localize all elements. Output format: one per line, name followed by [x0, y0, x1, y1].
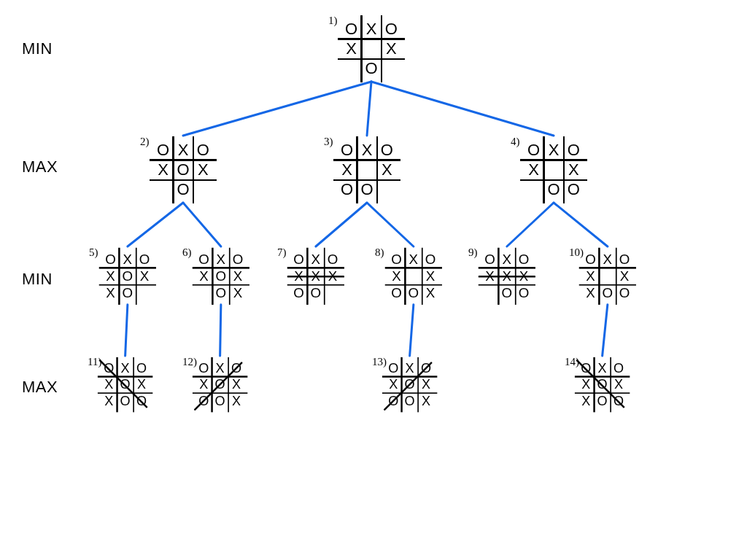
board-cell: X — [405, 251, 422, 268]
tree-edge — [554, 203, 608, 246]
tictactoe-board: OXOXXO — [341, 19, 401, 79]
game-node-10: 10)OXOXXXOO — [582, 251, 642, 311]
level-label-2: MIN — [22, 270, 53, 289]
board-cell: X — [212, 360, 228, 376]
node-index-label: 2) — [140, 136, 150, 148]
node-index-label: 10) — [569, 246, 584, 259]
board-cell: O — [229, 251, 246, 268]
board-cell: O — [307, 284, 324, 301]
board-cell: X — [388, 268, 405, 284]
board-cell: X — [102, 268, 119, 284]
board-cell: O — [564, 140, 584, 160]
tictactoe-board: OXOXXXOO — [290, 251, 341, 302]
board-cell: X — [173, 140, 193, 160]
board-cell: O — [401, 393, 417, 409]
board-cell: X — [133, 376, 150, 392]
board-cell: X — [385, 376, 401, 392]
board-cell: X — [307, 251, 324, 268]
board-cell: X — [101, 393, 117, 409]
board-cell: O — [388, 284, 405, 301]
board-cell: O — [422, 251, 438, 268]
board-cell — [341, 59, 361, 79]
board-cell: X — [382, 39, 401, 58]
board-cell — [481, 284, 498, 301]
board-cell: X — [229, 284, 246, 301]
board-cell: O — [119, 284, 136, 301]
board-cell: O — [515, 284, 532, 301]
tictactoe-board: OXOXXOO — [524, 140, 584, 200]
game-node-5: 5)OXOXOXXO — [102, 251, 162, 311]
board-cell — [357, 160, 376, 179]
board-cell: X — [357, 140, 376, 160]
node-index-label: 7) — [277, 246, 287, 259]
board-cell: O — [196, 251, 212, 268]
tictactoe-board: OXOXOXO — [153, 140, 213, 200]
board-cell: O — [599, 284, 616, 301]
board-cell: X — [153, 160, 173, 179]
board-cell: O — [212, 393, 228, 409]
board-cell: O — [377, 140, 397, 160]
tictactoe-board: OXOXOXOOX — [196, 360, 244, 409]
board-cell — [405, 268, 422, 284]
tree-edge — [367, 82, 371, 136]
game-node-9: 9)OXOXXXOO — [481, 251, 541, 311]
board-cell: O — [594, 393, 610, 409]
game-node-14: 14)OXOXOXXOO — [578, 360, 638, 420]
board-cell: O — [173, 160, 193, 179]
board-cell: X — [229, 268, 246, 284]
board-cell: X — [599, 251, 616, 268]
board-cell — [543, 160, 563, 179]
board-cell: O — [324, 251, 341, 268]
node-index-label: 11) — [88, 356, 101, 368]
board-cell — [361, 39, 381, 58]
board-cell: O — [515, 251, 532, 268]
board-cell: X — [418, 393, 434, 409]
tree-edge — [410, 305, 414, 356]
board-cell: O — [382, 19, 401, 39]
node-index-label: 13) — [372, 356, 387, 368]
board-cell — [599, 268, 616, 284]
board-cell: O — [582, 251, 599, 268]
tree-edge — [316, 203, 367, 246]
tictactoe-board: OXOXOXXO — [102, 251, 153, 302]
board-cell: O — [388, 251, 405, 268]
board-cell: X — [582, 268, 599, 284]
board-cell — [324, 284, 341, 301]
board-cell: X — [524, 160, 543, 179]
tree-edge — [507, 203, 554, 246]
board-cell: O — [133, 360, 150, 376]
game-node-7: 7)OXOXXXOO — [290, 251, 350, 311]
board-cell — [382, 59, 401, 79]
board-cell: O — [173, 180, 193, 200]
board-cell: O — [385, 360, 401, 376]
tictactoe-board: OXOXOXXOO — [101, 360, 150, 409]
board-cell: O — [136, 251, 152, 268]
board-cell — [193, 180, 213, 200]
win-line-row-1 — [479, 276, 535, 277]
node-index-label: 4) — [511, 136, 520, 148]
tictactoe-board: OXOXXOO — [337, 140, 397, 200]
board-cell: X — [101, 376, 117, 392]
game-node-2: 2)OXOXOXO — [153, 140, 213, 200]
board-cell: X — [136, 268, 152, 284]
tree-edge — [183, 203, 221, 246]
node-index-label: 12) — [182, 356, 197, 368]
tictactoe-board: OXOXXOOX — [388, 251, 439, 302]
board-cell: X — [377, 160, 397, 179]
board-cell: O — [337, 180, 357, 200]
game-node-6: 6)OXOXOXOX — [196, 251, 255, 311]
board-cell: O — [611, 360, 627, 376]
board-cell: X — [337, 160, 357, 179]
board-cell: X — [422, 268, 438, 284]
board-cell: X — [578, 393, 594, 409]
tree-edge — [371, 82, 554, 136]
board-cell: O — [616, 284, 632, 301]
board-cell: X — [196, 376, 212, 392]
board-cell: O — [117, 393, 133, 409]
board-cell — [136, 284, 152, 301]
board-cell: X — [564, 160, 584, 179]
game-node-1: 1)OXOXXO — [341, 19, 401, 79]
board-cell: O — [193, 140, 213, 160]
board-cell: O — [361, 59, 381, 79]
node-index-label: 9) — [468, 246, 478, 259]
